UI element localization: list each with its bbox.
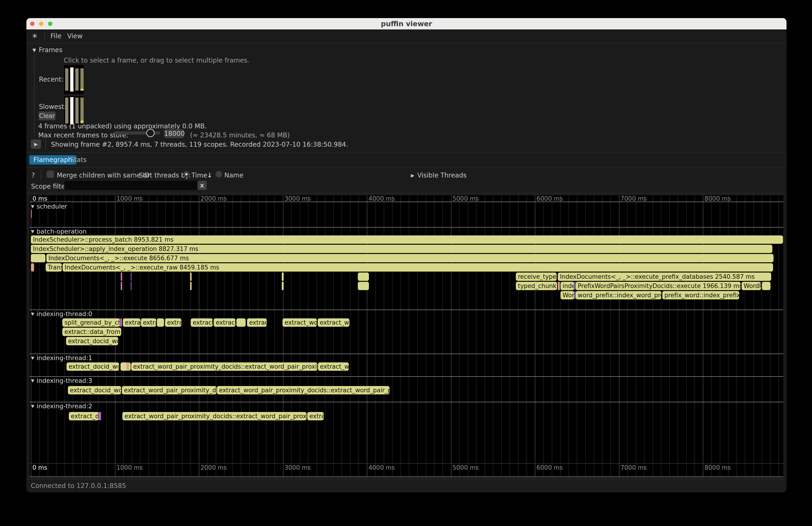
frame-bar[interactable] — [65, 68, 68, 91]
flame-scope-bar[interactable] — [120, 362, 131, 371]
flame-scope-bar[interactable]: extract_doc — [69, 412, 99, 420]
thread-header[interactable]: ▼indexing-thread:1 — [31, 354, 92, 362]
merge-children-checkbox[interactable] — [47, 171, 54, 178]
flame-scope-bar[interactable]: extract_ — [191, 318, 213, 327]
play-button[interactable]: ▶ — [31, 140, 41, 149]
flame-scope-bar[interactable] — [120, 318, 122, 327]
frames-section-header[interactable]: ▼Frames — [32, 46, 62, 54]
visible-threads-header[interactable]: ▶Visible Threads — [411, 172, 466, 179]
frame-bar[interactable] — [65, 98, 68, 123]
flame-scope-bar[interactable]: extract_docid_word — [66, 337, 118, 345]
max-frames-value[interactable]: 18000 — [164, 129, 184, 138]
flame-scope-bar[interactable] — [575, 291, 576, 299]
flame-scope-bar[interactable]: extract_ — [214, 318, 235, 327]
thread-header[interactable]: ▼indexing-thread:2 — [31, 403, 92, 410]
flame-scope-bar[interactable] — [127, 362, 129, 371]
flame-scope-bar[interactable]: extract_docid_word — [68, 386, 121, 394]
slowest-frames-thumbnail[interactable] — [63, 96, 84, 126]
flame-scope-bar[interactable] — [99, 412, 101, 420]
flame-scope-bar[interactable]: extract_word_pair_proximity_docids::extr… — [217, 386, 390, 394]
flame-scope-bar[interactable]: index — [561, 282, 574, 290]
flame-scope-bar[interactable]: extract_word_pair_proximity_docids — [122, 386, 216, 394]
recent-frames-thumbnail[interactable] — [63, 64, 84, 94]
menu-divider — [44, 31, 45, 41]
flame-scope-bar[interactable]: Word — [561, 291, 574, 299]
frame-bar-selected[interactable] — [70, 68, 73, 91]
flame-scope-bar[interactable]: word_prefix::index_word_prefix_ — [576, 291, 662, 299]
menu-file[interactable]: File — [50, 29, 61, 43]
flamegraph-canvas[interactable]: 0 ms0 ms1000 ms1000 ms2000 ms2000 ms3000… — [30, 195, 783, 477]
flame-scope-bar[interactable]: extract_docid_word — [67, 362, 119, 371]
flame-scope-bar[interactable] — [131, 273, 131, 281]
flame-scope-bar[interactable] — [575, 282, 576, 290]
flame-scope-bar[interactable]: WordPr — [742, 282, 761, 290]
flame-scope-bar[interactable] — [358, 273, 369, 281]
flame-scope-bar[interactable]: IndexDocuments<_, _>::execute 8656.677 m… — [46, 254, 773, 262]
thread-header[interactable]: ▼batch-operation — [31, 228, 87, 235]
title-bar[interactable]: puffin viewer — [26, 18, 786, 29]
scope-filter-input[interactable] — [64, 181, 200, 190]
merge-children-label[interactable]: Merge children with same ID — [57, 172, 150, 179]
frame-bar[interactable] — [81, 68, 84, 91]
clear-filter-button[interactable]: x — [198, 181, 207, 190]
flame-scope-bar[interactable]: IndexDocuments<_, _>::execute_prefix_dat… — [558, 273, 771, 281]
flame-scope-bar[interactable] — [190, 282, 192, 290]
flame-scope-bar[interactable] — [31, 263, 34, 272]
flame-scope-bar[interactable]: extrac — [307, 412, 324, 420]
thread-name: indexing-thread:2 — [37, 403, 92, 410]
frame-bar[interactable] — [81, 98, 84, 123]
flame-scope-bar[interactable]: split_grenad_by_chun — [62, 318, 120, 327]
flame-scope-bar[interactable] — [31, 210, 32, 218]
sort-direction-arrow-icon[interactable]: ↓ — [207, 172, 212, 179]
flame-scope-bar[interactable] — [157, 318, 164, 327]
thread-header[interactable]: ▼scheduler — [31, 203, 67, 210]
flame-scope-bar[interactable] — [31, 254, 45, 262]
flame-scope-bar[interactable]: IndexDocuments<_, _>::execute_raw 8459.1… — [62, 263, 773, 272]
collapse-triangle-icon: ▼ — [31, 311, 34, 316]
flame-scope-bar[interactable] — [131, 282, 131, 290]
flame-scope-bar[interactable] — [358, 282, 369, 290]
flame-scope-bar[interactable]: extract — [247, 318, 267, 327]
flame-scope-bar[interactable]: extract_word — [282, 318, 317, 327]
flame-scope-bar[interactable]: extract_word_pair_proximity_docids::extr… — [131, 362, 317, 371]
flame-scope-bar[interactable] — [282, 273, 284, 281]
flame-scope-bar[interactable]: extra — [141, 318, 156, 327]
menu-view[interactable]: View — [67, 29, 83, 43]
flame-scope-bar[interactable]: typed_chunk::w — [516, 282, 557, 290]
thread-header[interactable]: ▼indexing-thread:0 — [31, 310, 92, 318]
frame-bar-selected[interactable] — [70, 97, 73, 125]
flame-scope-bar[interactable]: extract — [123, 318, 141, 327]
sort-name-label[interactable]: Name — [224, 172, 244, 179]
theme-toggle-sun-icon[interactable]: ☀ — [31, 29, 38, 43]
flame-scope-bar[interactable] — [236, 318, 246, 327]
flame-scope-bar[interactable]: extract::data_from_ob — [62, 328, 121, 336]
flame-scope-bar[interactable] — [121, 282, 122, 290]
sort-time-label[interactable]: Time — [191, 172, 207, 179]
flame-scope-bar[interactable]: extrac — [165, 318, 182, 327]
frames-usage-text: 4 frames (1 unpacked) using approximatel… — [38, 122, 207, 130]
help-button[interactable]: ? — [31, 172, 35, 179]
tab-stats[interactable]: Stats — [67, 155, 89, 164]
thread-header[interactable]: ▼indexing-thread:3 — [31, 377, 92, 384]
flame-scope-bar[interactable] — [762, 282, 770, 290]
flame-scope-bar[interactable]: Trans — [46, 263, 62, 272]
flame-scope-bar[interactable]: IndexScheduler>::apply_index_operation 8… — [31, 245, 772, 253]
frame-bar[interactable] — [75, 68, 78, 91]
radio-sort-time[interactable] — [183, 171, 190, 177]
flame-scope-bar[interactable]: extract_word_pair_proximity_docids::extr… — [122, 412, 307, 420]
flame-scope-bar[interactable]: IndexScheduler>::process_batch 8953.821 … — [31, 235, 783, 244]
flame-scope-bar[interactable] — [282, 282, 284, 290]
flame-scope-bar[interactable] — [121, 273, 122, 281]
flame-scope-bar[interactable] — [190, 273, 192, 281]
radio-sort-name[interactable] — [216, 171, 222, 177]
section-separator — [30, 310, 783, 310]
flame-scope-bar[interactable]: prefix_word::index_prefix_wo — [662, 291, 739, 299]
flame-scope-bar[interactable]: extract_wo — [318, 362, 349, 371]
clear-button[interactable]: Clear — [39, 112, 56, 120]
flame-scope-bar[interactable]: receive_typed_ — [516, 273, 556, 281]
flame-scope-bar[interactable] — [558, 282, 560, 290]
frame-bar[interactable] — [75, 98, 78, 123]
flame-scope-bar[interactable]: extract_wo — [318, 318, 349, 327]
slider-knob[interactable] — [146, 129, 155, 137]
flame-scope-bar[interactable]: PrefixWordPairsProximityDocids::execute … — [576, 282, 741, 290]
